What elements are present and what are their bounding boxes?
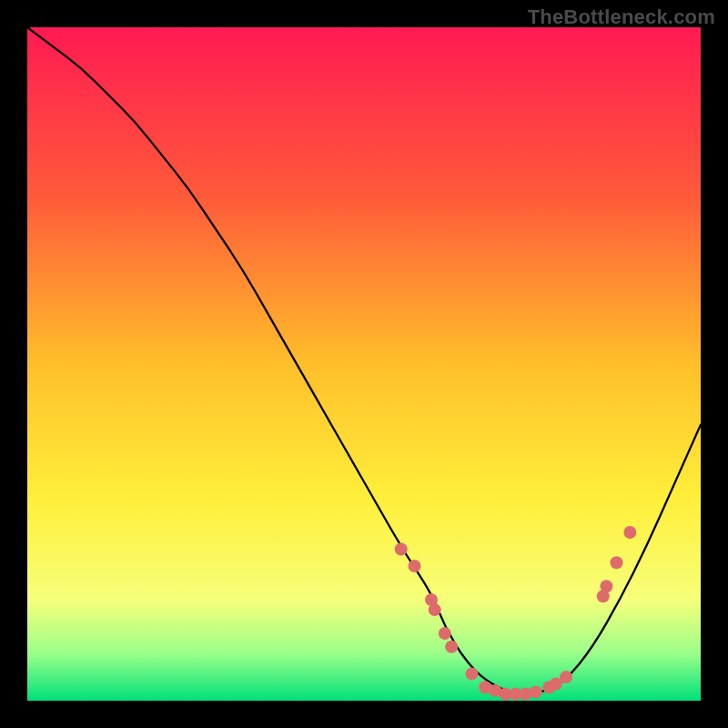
marker-point <box>465 667 478 680</box>
watermark-text: TheBottleneck.com <box>528 5 715 29</box>
marker-point <box>409 560 421 572</box>
marker-point <box>560 671 572 683</box>
marker-point <box>600 580 612 592</box>
chart-stage: TheBottleneck.com <box>0 0 728 728</box>
marker-point <box>439 627 451 640</box>
marker-point <box>445 641 458 653</box>
marker-point <box>395 543 408 556</box>
marker-point <box>530 685 542 698</box>
bottleneck-chart <box>0 0 728 728</box>
marker-point <box>611 556 623 569</box>
marker-point <box>429 603 441 616</box>
marker-point <box>623 526 636 539</box>
